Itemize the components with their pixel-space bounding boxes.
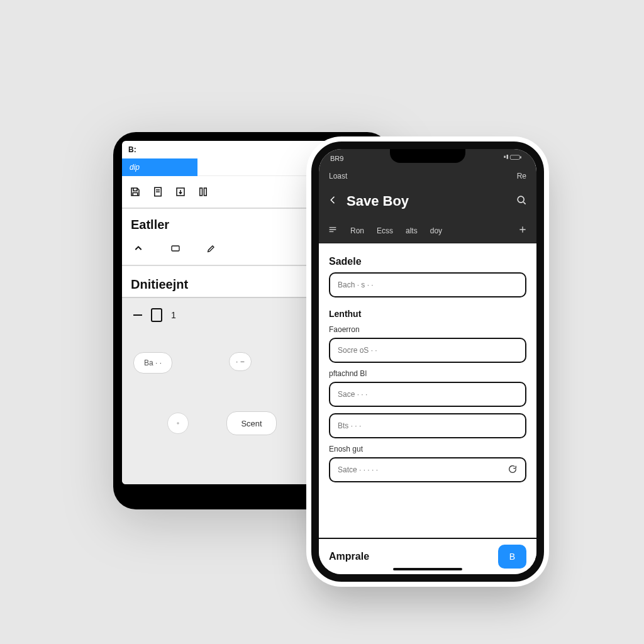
tab-item-2[interactable]: alts: [406, 226, 418, 235]
minus-icon[interactable]: [133, 314, 142, 316]
pill-option-2-label: ·: [236, 357, 238, 366]
phone-subbar-left: Loast: [329, 172, 347, 180]
svg-rect-9: [520, 157, 521, 158]
dot-icon: [174, 419, 182, 428]
tablet-active-tab-label: dip: [130, 163, 140, 172]
pill-option-1-label: Ba · ·: [144, 358, 162, 367]
back-icon[interactable]: [328, 194, 339, 208]
pill-option-1[interactable]: Ba · ·: [133, 352, 172, 374]
center-button-label: Scent: [241, 419, 262, 428]
phone-status-right: [504, 155, 525, 162]
field-4[interactable]: [329, 457, 526, 482]
arrow-down-box-icon[interactable]: [175, 186, 186, 197]
field-2-input[interactable]: [338, 390, 518, 399]
phone-tabs: Ron Ecss alts doy: [319, 218, 536, 243]
battery-icon: [504, 155, 525, 161]
field-1[interactable]: [329, 338, 526, 363]
phone-device: BR9 Loast Re Save Boy Ron Ecss alts do: [311, 142, 544, 582]
tab-item-1[interactable]: Ecss: [377, 226, 393, 235]
card-icon[interactable]: [170, 243, 181, 255]
field-3[interactable]: [329, 413, 526, 438]
plus-icon[interactable]: [518, 225, 528, 236]
section-label: Sadele: [329, 256, 526, 267]
phone-subbar-right: Re: [517, 172, 526, 180]
document-icon[interactable]: [152, 186, 164, 197]
center-button[interactable]: Scent: [226, 411, 276, 435]
svg-rect-6: [504, 156, 506, 158]
field-2-label: pftachnd Bl: [329, 369, 526, 378]
svg-point-10: [518, 196, 524, 203]
group-label: Lenthut: [329, 309, 526, 319]
search-icon[interactable]: [515, 194, 528, 209]
field-1-label: Faoerron: [329, 325, 526, 334]
round-action-left[interactable]: [167, 413, 189, 434]
quantity-value: 1: [171, 310, 176, 320]
chevron-up-icon[interactable]: [133, 243, 145, 255]
svg-rect-8: [510, 155, 519, 160]
primary-action-label: B: [509, 552, 515, 562]
phone-sub-bar: Loast Re: [319, 168, 536, 184]
field-4-input[interactable]: [338, 465, 508, 474]
svg-rect-7: [507, 155, 509, 159]
tab-item-3[interactable]: doy: [430, 226, 442, 235]
svg-rect-4: [172, 246, 179, 251]
footer-label: Amprale: [329, 551, 369, 562]
phone-header-title: Save Boy: [347, 193, 508, 209]
field-4-label: Enosh gut: [329, 445, 526, 453]
phone-status-left: BR9: [330, 155, 343, 162]
input-1[interactable]: [329, 272, 526, 297]
tablet-active-tab[interactable]: dip: [122, 158, 197, 176]
field-1-input[interactable]: [338, 346, 518, 355]
svg-rect-3: [204, 188, 207, 196]
svg-point-5: [177, 422, 180, 425]
phone-header: Save Boy: [319, 184, 536, 218]
tablet-status-left: B:: [128, 145, 136, 154]
menu-icon[interactable]: [328, 225, 338, 236]
primary-action-button[interactable]: B: [498, 545, 526, 569]
phone-status-bar: BR9: [319, 149, 536, 168]
column-icon[interactable]: [197, 186, 209, 197]
tab-item-0[interactable]: Ron: [350, 226, 364, 235]
input-1-field[interactable]: [338, 280, 518, 289]
pill-option-2[interactable]: · −: [229, 352, 252, 371]
edit-icon[interactable]: [206, 243, 218, 255]
home-indicator[interactable]: [393, 568, 462, 570]
save-icon[interactable]: [130, 186, 141, 197]
svg-rect-2: [200, 188, 203, 196]
field-2[interactable]: [329, 382, 526, 407]
phone-notch: [390, 149, 465, 163]
quantity-box[interactable]: [151, 308, 162, 322]
phone-form: Sadele Lenthut Faoerron pftachnd Bl Enos…: [319, 243, 536, 538]
refresh-icon[interactable]: [508, 464, 518, 476]
field-3-input[interactable]: [338, 421, 518, 430]
